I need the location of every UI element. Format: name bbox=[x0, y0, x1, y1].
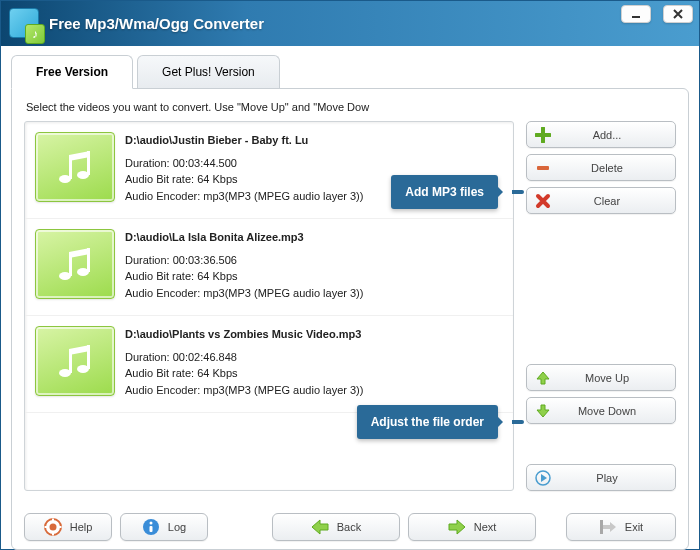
tab-plus-version[interactable]: Get Plus! Version bbox=[137, 55, 280, 89]
svg-point-22 bbox=[149, 522, 152, 525]
music-thumb-icon bbox=[35, 229, 115, 299]
tabs: Free Version Get Plus! Version bbox=[11, 54, 689, 88]
svg-rect-20 bbox=[57, 526, 61, 528]
music-thumb-icon bbox=[35, 132, 115, 202]
button-label: Next bbox=[474, 521, 497, 533]
file-path: D:\audio\La Isla Bonita Alizee.mp3 bbox=[125, 229, 363, 246]
music-thumb-icon bbox=[35, 326, 115, 396]
svg-rect-18 bbox=[52, 532, 54, 536]
svg-rect-19 bbox=[44, 526, 48, 528]
file-encoder: Audio Encoder: mp3(MP3 (MPEG audio layer… bbox=[125, 285, 363, 302]
svg-rect-0 bbox=[632, 16, 640, 18]
instruction-text: Select the videos you want to convert. U… bbox=[26, 101, 676, 113]
list-item[interactable]: D:\audio\La Isla Bonita Alizee.mp3 Durat… bbox=[25, 219, 513, 316]
button-label: Log bbox=[168, 521, 186, 533]
minus-icon bbox=[535, 160, 551, 176]
back-button[interactable]: Back bbox=[272, 513, 400, 541]
file-duration: Duration: 00:03:44.500 bbox=[125, 155, 363, 172]
side-column: Add... Delete Clear Move Up bbox=[526, 121, 676, 491]
clear-button[interactable]: Clear bbox=[526, 187, 676, 214]
bottom-bar: Help Log Back Next Exit bbox=[24, 513, 676, 541]
play-button[interactable]: Play bbox=[526, 464, 676, 491]
file-duration: Duration: 00:02:46.848 bbox=[125, 349, 363, 366]
file-meta: D:\audio\Justin Bieber - Baby ft. Lu Dur… bbox=[125, 132, 363, 204]
close-button[interactable] bbox=[663, 5, 693, 23]
button-label: Back bbox=[337, 521, 361, 533]
tab-free-version[interactable]: Free Version bbox=[11, 55, 133, 89]
file-meta: D:\audio\La Isla Bonita Alizee.mp3 Durat… bbox=[125, 229, 363, 301]
add-button[interactable]: Add... bbox=[526, 121, 676, 148]
music-note-icon: ♪ bbox=[25, 24, 45, 44]
log-button[interactable]: Log bbox=[120, 513, 208, 541]
file-bitrate: Audio Bit rate: 64 Kbps bbox=[125, 268, 363, 285]
content-row: D:\audio\Justin Bieber - Baby ft. Lu Dur… bbox=[24, 121, 676, 491]
button-label: Move Up bbox=[561, 372, 667, 384]
svg-rect-17 bbox=[52, 519, 54, 523]
button-label: Help bbox=[70, 521, 93, 533]
help-icon bbox=[44, 518, 62, 536]
button-label: Exit bbox=[625, 521, 643, 533]
svg-point-16 bbox=[49, 524, 56, 531]
button-label: Add... bbox=[561, 129, 667, 141]
help-button[interactable]: Help bbox=[24, 513, 112, 541]
arrow-up-icon bbox=[535, 370, 551, 386]
file-duration: Duration: 00:03:36.506 bbox=[125, 252, 363, 269]
minimize-button[interactable] bbox=[621, 5, 651, 23]
delete-button[interactable]: Delete bbox=[526, 154, 676, 181]
main-panel: Select the videos you want to convert. U… bbox=[11, 88, 689, 550]
info-icon bbox=[142, 518, 160, 536]
file-encoder: Audio Encoder: mp3(MP3 (MPEG audio layer… bbox=[125, 382, 363, 399]
app-window: ♪ Free Mp3/Wma/Ogg Converter Free Versio… bbox=[0, 0, 700, 550]
list-item[interactable]: D:\audio\Plants vs Zombies Music Video.m… bbox=[25, 316, 513, 413]
button-label: Clear bbox=[561, 195, 667, 207]
button-label: Delete bbox=[561, 162, 667, 174]
window-controls bbox=[621, 5, 693, 23]
file-bitrate: Audio Bit rate: 64 Kbps bbox=[125, 365, 363, 382]
svg-rect-23 bbox=[149, 526, 152, 532]
x-icon bbox=[535, 193, 551, 209]
file-bitrate: Audio Bit rate: 64 Kbps bbox=[125, 171, 363, 188]
arrow-left-icon bbox=[311, 519, 329, 535]
file-path: D:\audio\Justin Bieber - Baby ft. Lu bbox=[125, 132, 363, 149]
svg-rect-25 bbox=[600, 520, 603, 534]
callout-file-order: Adjust the file order bbox=[357, 405, 498, 439]
app-title: Free Mp3/Wma/Ogg Converter bbox=[49, 15, 264, 32]
arrow-down-icon bbox=[535, 403, 551, 419]
plus-icon bbox=[535, 127, 551, 143]
play-icon bbox=[535, 470, 551, 486]
button-label: Play bbox=[561, 472, 667, 484]
button-label: Move Down bbox=[561, 405, 667, 417]
file-encoder: Audio Encoder: mp3(MP3 (MPEG audio layer… bbox=[125, 188, 363, 205]
exit-icon bbox=[599, 519, 617, 535]
title-bar: ♪ Free Mp3/Wma/Ogg Converter bbox=[1, 1, 699, 46]
exit-button[interactable]: Exit bbox=[566, 513, 676, 541]
callout-add-files: Add MP3 files bbox=[391, 175, 498, 209]
move-down-button[interactable]: Move Down bbox=[526, 397, 676, 424]
app-icon: ♪ bbox=[9, 8, 41, 40]
file-path: D:\audio\Plants vs Zombies Music Video.m… bbox=[125, 326, 363, 343]
file-meta: D:\audio\Plants vs Zombies Music Video.m… bbox=[125, 326, 363, 398]
next-button[interactable]: Next bbox=[408, 513, 536, 541]
tab-label: Free Version bbox=[36, 65, 108, 79]
arrow-right-icon bbox=[448, 519, 466, 535]
body-area: Free Version Get Plus! Version Select th… bbox=[1, 46, 699, 550]
tab-label: Get Plus! Version bbox=[162, 65, 255, 79]
svg-rect-13 bbox=[537, 166, 549, 170]
move-up-button[interactable]: Move Up bbox=[526, 364, 676, 391]
